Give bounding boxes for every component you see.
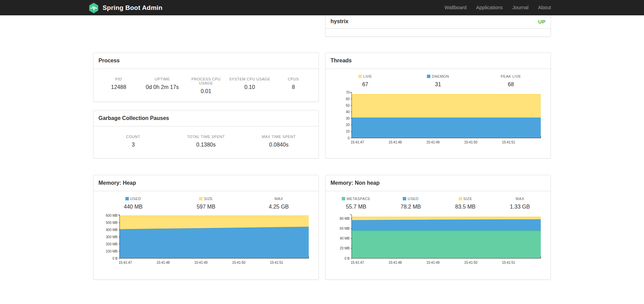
- legend-value: 78.2 MB: [383, 204, 438, 210]
- metric-gc-total-time: TOTAL TIME SPENT 0.1380s: [170, 135, 243, 148]
- legend-size: SIZE 83.5 MB: [438, 197, 493, 210]
- live-series-swatch: [358, 75, 362, 78]
- legend-value: 83.5 MB: [438, 204, 493, 210]
- svg-text:15:41:48: 15:41:48: [388, 261, 402, 264]
- nav-item-journal[interactable]: Journal: [508, 0, 534, 15]
- metric-label: CPUS: [272, 77, 315, 81]
- metric-value: 12488: [97, 84, 140, 90]
- svg-text:60: 60: [346, 97, 350, 101]
- metric-cpus: CPUS 8: [272, 77, 315, 94]
- brand-link[interactable]: Spring Boot Admin: [88, 2, 163, 13]
- legend-value: 4.25 GB: [242, 204, 315, 210]
- size-series-swatch: [199, 197, 202, 200]
- metric-label: PROCESS CPU USAGE: [184, 77, 228, 85]
- metric-uptime: UPTIME 0d 0h 2m 17s: [140, 77, 184, 94]
- threads-legend: LIVE 67 DAEMON 31 PEAK LIVE: [325, 69, 551, 88]
- threads-panel-title: Threads: [331, 58, 352, 63]
- svg-text:15:41:50: 15:41:50: [232, 261, 245, 264]
- svg-text:15:41:50: 15:41:50: [464, 140, 477, 144]
- svg-text:15:41:49: 15:41:49: [194, 261, 208, 264]
- svg-text:200 MB: 200 MB: [106, 242, 118, 246]
- process-metrics: PID 12488 UPTIME 0d 0h 2m 17s PROCESS CP…: [93, 69, 319, 94]
- nav-item-wallboard[interactable]: Wallboard: [440, 0, 472, 15]
- memory-heap-panel-heading: Memory: Heap: [93, 175, 319, 191]
- svg-text:15:41:48: 15:41:48: [156, 261, 170, 264]
- gc-metrics: COUNT 3 TOTAL TIME SPENT 0.1380s MAX TIM…: [93, 126, 319, 148]
- legend-value: 597 MB: [170, 204, 243, 210]
- memory-heap-chart: 0 B100 MB200 MB300 MB400 MB500 MB600 MB1…: [98, 212, 313, 265]
- svg-text:15:41:51: 15:41:51: [502, 140, 515, 144]
- svg-text:20 MB: 20 MB: [340, 246, 350, 250]
- legend-max: MAX 1.33 GB: [493, 197, 547, 210]
- legend-label: MAX: [516, 197, 524, 201]
- svg-text:100 MB: 100 MB: [106, 249, 118, 253]
- status-badge: UP: [538, 19, 546, 25]
- threads-chart: 01020304050607015:41:4715:41:4815:41:491…: [331, 90, 546, 145]
- legend-label: DAEMON: [432, 74, 449, 78]
- gc-panel-title: Garbage Collection Pauses: [98, 115, 169, 121]
- svg-text:30: 30: [346, 117, 350, 120]
- main-content: Process PID 12488 UPTIME 0d 0h 2m 17s PR…: [93, 15, 551, 280]
- metric-gc-max-time: MAX TIME SPENT 0.0840s: [242, 135, 315, 148]
- memory-nonheap-panel-heading: Memory: Non heap: [325, 175, 551, 191]
- metric-value: 0d 0h 2m 17s: [140, 84, 184, 90]
- svg-text:20: 20: [346, 123, 350, 127]
- used-series-swatch: [125, 197, 129, 200]
- memory-heap-legend: USED 440 MB SIZE 597 MB MAX: [93, 191, 319, 210]
- metric-value: 0.10: [228, 84, 272, 90]
- metric-label: SYSTEM CPU USAGE: [228, 77, 272, 81]
- legend-value: 68: [474, 81, 547, 88]
- threads-panel: Threads LIVE 67 DAEMON: [325, 52, 551, 158]
- svg-text:50: 50: [346, 104, 350, 107]
- used-series-swatch: [403, 197, 406, 200]
- legend-label: MAX: [275, 197, 283, 201]
- svg-text:10: 10: [346, 130, 350, 133]
- svg-text:70: 70: [346, 91, 350, 94]
- legend-label: PEAK LIVE: [501, 74, 521, 78]
- nav-item-applications[interactable]: Applications: [471, 0, 507, 15]
- svg-text:15:41:49: 15:41:49: [426, 261, 440, 264]
- svg-text:500 MB: 500 MB: [106, 221, 118, 225]
- svg-text:80 MB: 80 MB: [340, 217, 350, 221]
- legend-live: LIVE 67: [329, 74, 402, 88]
- nav-item-about[interactable]: About: [533, 0, 556, 15]
- process-panel-title: Process: [98, 58, 120, 63]
- metric-gc-count: COUNT 3: [97, 135, 170, 148]
- svg-text:0: 0: [348, 136, 350, 140]
- right-column: hystrix UP Threads LIVE 67: [325, 15, 551, 280]
- legend-size: SIZE 597 MB: [170, 197, 243, 210]
- legend-label: USED: [130, 197, 141, 201]
- metric-system-cpu-usage: SYSTEM CPU USAGE 0.10: [228, 77, 272, 94]
- metric-pid: PID 12488: [97, 77, 140, 94]
- svg-text:15:41:47: 15:41:47: [119, 261, 132, 264]
- metric-label: TOTAL TIME SPENT: [170, 135, 243, 139]
- gc-panel-heading: Garbage Collection Pauses: [93, 110, 319, 126]
- legend-label: LIVE: [363, 74, 372, 78]
- svg-text:15:41:51: 15:41:51: [270, 261, 283, 264]
- memory-nonheap-panel: Memory: Non heap METASPACE 55.7 MB USED: [325, 175, 551, 280]
- legend-label: SIZE: [463, 197, 472, 201]
- svg-text:400 MB: 400 MB: [106, 228, 118, 232]
- svg-text:40: 40: [346, 110, 350, 114]
- memory-nonheap-panel-title: Memory: Non heap: [331, 180, 380, 186]
- metric-value: 0.1380s: [170, 142, 243, 148]
- svg-text:600 MB: 600 MB: [106, 214, 118, 217]
- nav-links: Wallboard Applications Journal About: [440, 0, 556, 15]
- legend-metaspace: METASPACE 55.7 MB: [329, 197, 383, 210]
- legend-label: METASPACE: [347, 197, 370, 201]
- application-name: hystrix: [331, 18, 348, 25]
- metric-label: PID: [97, 77, 140, 81]
- metric-value: 0.01: [184, 88, 228, 94]
- metaspace-series-swatch: [342, 197, 345, 200]
- legend-label: USED: [408, 197, 418, 201]
- metric-value: 8: [272, 84, 315, 90]
- daemon-series-swatch: [427, 75, 430, 78]
- legend-value: 31: [402, 81, 475, 88]
- spring-boot-admin-logo-icon: [88, 2, 99, 13]
- application-row-hystrix[interactable]: hystrix UP: [325, 15, 551, 29]
- metric-label: UPTIME: [140, 77, 184, 81]
- svg-text:15:41:51: 15:41:51: [502, 261, 515, 264]
- legend-daemon: DAEMON 31: [402, 74, 475, 88]
- memory-nonheap-legend: METASPACE 55.7 MB USED 78.2 MB: [325, 191, 551, 210]
- metric-label: MAX TIME SPENT: [242, 135, 315, 139]
